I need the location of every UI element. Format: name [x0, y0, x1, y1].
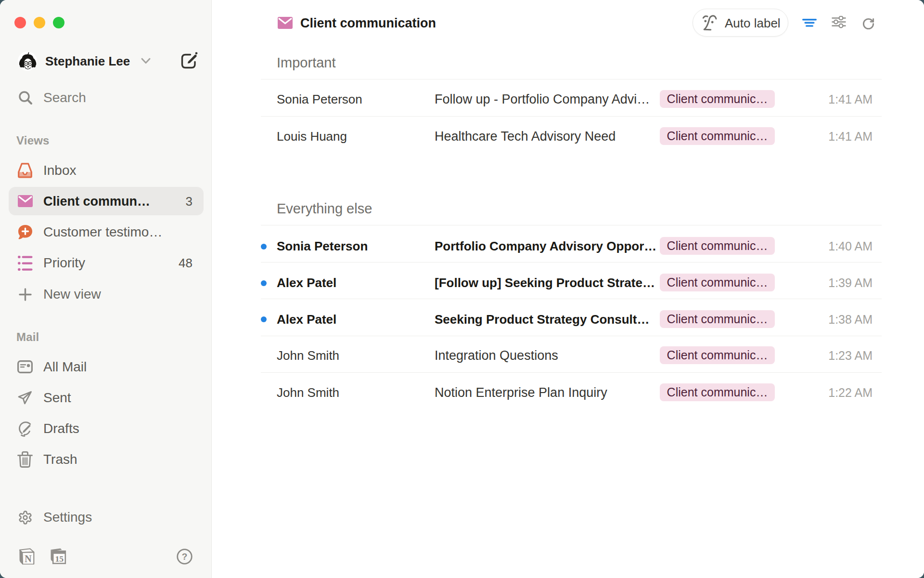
svg-text:?: ? — [182, 552, 188, 562]
svg-text:15: 15 — [55, 554, 64, 564]
svg-text:N: N — [25, 553, 32, 564]
